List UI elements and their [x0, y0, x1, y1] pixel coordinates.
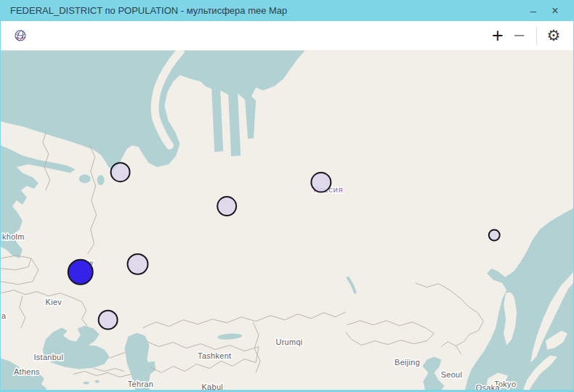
map-canvas[interactable]: kholmKievIstanbulAthensTehranTashkentKab…: [1, 50, 573, 390]
city-label: Athens: [14, 367, 40, 376]
toolbar-divider: [536, 27, 537, 44]
zoom-out-button[interactable]: −: [509, 25, 530, 46]
toolbar: + − ⚙: [1, 21, 573, 50]
city-label: Osaka: [476, 383, 501, 390]
window-title: FEDERAL_DISTRICT по POPULATION - мультис…: [10, 5, 522, 16]
bubble-6[interactable]: [68, 260, 93, 285]
close-button[interactable]: ×: [544, 0, 566, 21]
turkey-lake-2: [95, 380, 100, 383]
city-label: Tehran: [128, 380, 153, 388]
city-label: Kabul: [201, 383, 223, 390]
map-svg: kholmKievIstanbulAthensTehranTashkentKab…: [1, 50, 573, 390]
city-label: Kiev: [46, 298, 62, 306]
lake-ladoga: [79, 174, 91, 183]
city-label: Urumqi: [275, 338, 302, 346]
city-label: kholm: [2, 232, 25, 241]
bubble-1[interactable]: [111, 163, 130, 181]
turkey-lake: [84, 381, 89, 384]
titlebar[interactable]: FEDERAL_DISTRICT по POPULATION - мультис…: [1, 0, 573, 21]
bubble-2[interactable]: [217, 197, 236, 216]
bubble-3[interactable]: [311, 173, 331, 192]
settings-gear-icon[interactable]: ⚙: [543, 25, 565, 46]
bubble-7[interactable]: [99, 311, 118, 330]
city-label: Istanbul: [33, 353, 63, 362]
city-label: Tashkent: [198, 351, 231, 360]
globe-icon[interactable]: [9, 25, 31, 46]
city-label: Seoul: [441, 370, 463, 379]
zoom-in-button[interactable]: +: [487, 25, 509, 46]
bubble-4[interactable]: [489, 229, 500, 240]
bubble-5[interactable]: [128, 254, 148, 274]
city-label: a: [1, 311, 7, 320]
app-window: FEDERAL_DISTRICT по POPULATION - мультис…: [0, 0, 574, 392]
city-label: Beijing: [395, 358, 420, 367]
lake-onega: [97, 175, 105, 185]
minimize-button[interactable]: –: [522, 0, 544, 21]
